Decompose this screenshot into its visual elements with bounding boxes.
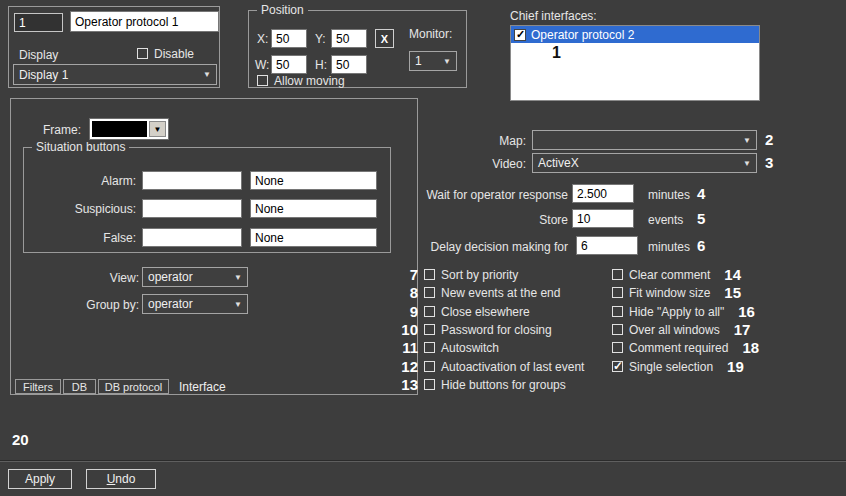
delay-field[interactable]: 6 [576,236,638,255]
checkbox-label: New events at the end [441,286,560,300]
video-select[interactable]: ActiveX ▼ [532,153,757,173]
checkbox-label: Hide "Apply to all" [629,305,724,319]
close-elsewhere-checkbox[interactable] [424,306,435,317]
checkbox-row: 11 Autoswitch [396,340,499,355]
clear-position-button[interactable]: X [375,29,394,48]
chevron-down-icon: ▼ [739,132,755,148]
checkbox-label: Single selection [629,360,713,374]
store-field[interactable]: 10 [572,209,634,228]
name-field[interactable]: Operator protocol 1 [70,11,219,32]
false-sound-field[interactable]: None [250,228,377,247]
delay-unit: minutes [648,240,690,254]
suspicious-sound-field[interactable]: None [250,199,377,218]
annotation-7: 7 [396,266,418,283]
undo-button[interactable]: Undo [86,469,156,489]
annotation-6: 6 [697,237,705,254]
list-item[interactable]: Operator protocol 2 [511,26,759,43]
clear-comment-checkbox[interactable] [612,269,623,280]
annotation-11: 11 [396,339,418,356]
allow-moving-checkbox[interactable] [257,75,268,86]
w-label: W: [255,58,269,72]
chevron-down-icon: ▼ [439,53,455,69]
annotation-17: 17 [734,321,751,338]
autoswitch-checkbox[interactable] [424,342,435,353]
password-for-closing-checkbox[interactable] [424,324,435,335]
hide-buttons-for-groups-checkbox[interactable] [424,379,435,390]
checkbox-row: 9 Close elsewhere [396,304,530,319]
display-select-value: Display 1 [19,68,68,82]
item-checkbox[interactable] [514,29,526,41]
w-field[interactable]: 50 [271,55,307,74]
disable-checkbox[interactable] [137,48,148,59]
new-events-at-end-checkbox[interactable] [424,287,435,298]
comment-required-checkbox[interactable] [612,342,623,353]
hide-apply-to-all-checkbox[interactable] [612,306,623,317]
monitor-select-value: 1 [415,54,422,68]
monitor-select[interactable]: 1 ▼ [409,51,457,71]
divider [0,460,846,462]
checkbox-row: Comment required 18 [612,340,759,355]
annotation-5: 5 [697,210,705,227]
disable-checkbox-row[interactable]: Disable [137,46,194,61]
alarm-label: Alarm: [32,174,136,188]
interface-settings-group: Frame: ▼ Situation buttons Alarm: None S… [10,98,418,395]
video-select-value: ActiveX [538,156,579,170]
map-label: Map: [460,134,526,148]
situation-buttons-title: Situation buttons [32,140,129,154]
undo-button-label: Undo [107,472,136,486]
frame-color-select[interactable]: ▼ [89,118,169,140]
annotation-8: 8 [396,284,418,301]
allow-moving-row[interactable]: Allow moving [257,73,345,88]
view-label: View: [51,271,139,285]
checkbox-label: Clear comment [629,268,710,282]
annotation-16: 16 [738,303,755,320]
checkbox-row: 13 Hide buttons for groups [396,377,566,392]
apply-button-label: Apply [25,472,55,486]
group-by-label: Group by: [51,298,139,312]
checkbox-label: Close elsewhere [441,305,530,319]
tab-db-protocol[interactable]: DB protocol [98,379,169,394]
alarm-sound-field[interactable]: None [250,171,377,190]
view-select-value: operator [148,270,193,284]
tab-filters-label: Filters [23,381,53,393]
sort-by-priority-checkbox[interactable] [424,269,435,280]
tab-db[interactable]: DB [63,379,96,394]
view-select[interactable]: operator ▼ [142,267,248,287]
wait-response-field[interactable]: 2.500 [572,184,634,203]
chief-interfaces-list[interactable]: Operator protocol 2 [510,25,760,101]
checkbox-label: Autoswitch [441,341,499,355]
frame-label: Frame: [19,123,81,137]
false-text-field[interactable] [142,228,242,247]
position-group: Position X: 50 Y: 50 X Monitor: W: 50 H:… [248,10,467,88]
single-selection-checkbox[interactable] [612,361,623,372]
situation-buttons-group: Situation buttons Alarm: None Suspicious… [23,147,391,253]
annotation-15: 15 [724,284,741,301]
chevron-down-icon[interactable]: ▼ [149,121,166,137]
tab-interface[interactable]: Interface [179,380,226,394]
autoactivation-last-event-checkbox[interactable] [424,361,435,372]
annotation-12: 12 [396,358,418,375]
annotation-18: 18 [742,339,759,356]
chevron-down-icon: ▼ [230,269,246,285]
x-field[interactable]: 50 [271,29,307,48]
tab-filters[interactable]: Filters [15,379,61,394]
annotation-9: 9 [396,303,418,320]
group-by-select-value: operator [148,297,193,311]
over-all-windows-checkbox[interactable] [612,324,623,335]
y-field[interactable]: 50 [331,29,367,48]
checkbox-row: 12 Autoactivation of last event [396,359,584,374]
h-field[interactable]: 50 [331,55,367,74]
apply-button[interactable]: Apply [8,469,72,489]
operator-protocol-settings-panel: 1 Operator protocol 1 Display Disable Di… [0,0,846,496]
wait-response-unit: minutes [648,188,690,202]
alarm-text-field[interactable] [142,171,242,190]
annotation-4: 4 [697,185,705,202]
map-select[interactable]: ▼ [532,130,757,150]
id-field[interactable]: 1 [14,13,63,32]
group-by-select[interactable]: operator ▼ [142,294,248,314]
display-select[interactable]: Display 1 ▼ [13,64,217,85]
checkbox-label: Autoactivation of last event [441,360,584,374]
suspicious-text-field[interactable] [142,199,242,218]
checkbox-label: Comment required [629,341,728,355]
fit-window-size-checkbox[interactable] [612,287,623,298]
